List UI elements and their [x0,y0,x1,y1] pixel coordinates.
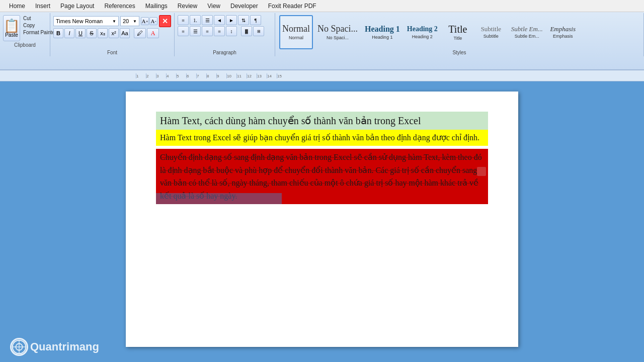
style-heading2-button[interactable]: Heading 2 Heading 2 [405,15,440,49]
decrease-indent-button[interactable]: ◄ [214,15,225,25]
style-emphasis-label: Emphasis [553,34,573,39]
heading-block: Hàm Text, cách dùng hàm chuyển số thành … [156,112,488,130]
ruler-mark: 13 [257,73,267,78]
watermark: Quantrimang [10,338,99,356]
font-name-dropdown[interactable]: ▼ [112,19,116,24]
menu-insert[interactable]: Insert [30,2,55,11]
style-heading1-button[interactable]: Heading 1 Heading 1 [362,15,403,49]
style-subtle-em-button[interactable]: Subtle Em... Subtle Em... [509,15,545,49]
ribbon: 📋 Paste Cut Copy Format Painter Clipboar… [0,12,644,70]
menu-mailings[interactable]: Mailings [140,2,173,11]
font-row2: B I U S x₂ x² Aa 🖊 A [53,28,171,38]
line-spacing-button[interactable]: ↕ [226,26,237,36]
subscript-button[interactable]: x₂ [98,28,108,38]
style-title-label: Title [454,36,462,41]
change-case-button[interactable]: Aa [120,28,130,38]
style-normal-button[interactable]: Normal Normal [279,15,313,49]
clipboard-section: 📋 Paste Cut Copy Format Painter Clipboar… [0,13,50,56]
paste-label: Paste [5,32,18,38]
selection-highlight [156,193,282,204]
style-title-button[interactable]: Title Title [442,15,473,49]
para-row2: ≡ ☰ ≡ ≡ ↕ ▓ ⊞ [178,26,272,36]
font-size-selector[interactable]: 20 ▼ [120,16,139,26]
bullets-button[interactable]: ≡ [178,15,189,25]
style-heading1-preview: Heading 1 [365,25,400,34]
style-emphasis-preview: Emphasis [550,26,576,33]
paragraph-section: ≡ 1. ☰ ◄ ► ⇅ ¶ ≡ ☰ ≡ ≡ ↕ ▓ ⊞ Paragraph [175,13,275,56]
font-size-dropdown[interactable]: ▼ [133,19,137,24]
ruler-mark: 10 [226,73,236,78]
red-marker [477,167,486,176]
menu-home[interactable]: Home [4,2,30,11]
ruler-mark: 6 [186,73,196,78]
ruler: 1 2 3 4 5 6 7 8 9 10 11 12 13 14 15 [0,70,644,81]
font-section-label: Font [50,50,174,55]
numbering-button[interactable]: 1. [190,15,201,25]
ruler-mark: 2 [146,73,156,78]
multi-level-list-button[interactable]: ☰ [202,15,213,25]
menu-developer[interactable]: Developer [225,2,263,11]
italic-button[interactable]: I [64,28,74,38]
document-page[interactable]: Hàm Text, cách dùng hàm chuyển số thành … [126,92,518,347]
style-subtitle-button[interactable]: Subtitle Subtitle [475,15,507,49]
style-heading2-preview: Heading 2 [407,25,438,33]
show-formatting-button[interactable]: ¶ [250,15,261,25]
font-name-value: Times New Roman [56,18,103,24]
shading-button[interactable]: ▓ [241,26,252,36]
menu-references[interactable]: References [99,2,140,11]
ribbon-sections: 📋 Paste Cut Copy Format Painter Clipboar… [0,12,644,57]
align-right-button[interactable]: ≡ [202,26,213,36]
ruler-mark: 7 [196,73,206,78]
subheading-block: Hàm Text trong Excel sẽ giúp bạn chuyển … [156,130,488,146]
styles-section-label: Styles [275,50,643,55]
paste-button[interactable]: 📋 Paste [3,15,20,41]
body-block: Chuyển định dạng số sang định dạng văn b… [156,149,488,204]
ruler-mark: 9 [216,73,226,78]
logo-svg [12,338,27,356]
increase-indent-button[interactable]: ► [226,15,237,25]
style-no-spacing-preview: No Spaci... [317,24,358,34]
menu-foxit[interactable]: Foxit Reader PDF [263,2,321,11]
font-decrease-button[interactable]: A- [149,17,157,25]
menu-page-layout[interactable]: Page Layout [55,2,99,11]
style-title-preview: Title [448,24,467,35]
align-left-button[interactable]: ≡ [178,26,189,36]
font-name-selector[interactable]: Times New Roman ▼ [53,16,119,26]
align-center-button[interactable]: ☰ [190,26,201,36]
font-row1: Times New Roman ▼ 20 ▼ A+ A- ✕ [53,15,171,27]
clear-format-button[interactable]: ✕ [159,15,171,27]
paragraph-section-label: Paragraph [175,50,275,55]
ruler-mark: 1 [136,73,146,78]
style-heading1-label: Heading 1 [372,35,392,40]
ruler-mark: 5 [176,73,186,78]
bold-button[interactable]: B [53,28,63,38]
style-no-spacing-button[interactable]: No Spaci... No Spaci... [315,15,360,49]
style-subtle-em-label: Subtle Em... [515,34,539,39]
font-size-arrows: A+ A- [141,17,157,25]
ruler-mark: 15 [277,73,287,78]
style-no-spacing-label: No Spaci... [327,35,349,40]
sort-button[interactable]: ⇅ [238,15,249,25]
highlight-color-button[interactable]: 🖊 [134,28,146,38]
clipboard-label: Clipboard [3,42,47,48]
underline-button[interactable]: U [75,28,86,38]
style-subtle-em-preview: Subtle Em... [511,26,543,33]
style-emphasis-button[interactable]: Emphasis Emphasis [547,15,579,49]
strikethrough-button[interactable]: S [87,28,97,38]
menu-review[interactable]: Review [173,2,202,11]
document-area: Hàm Text, cách dùng hàm chuyển số thành … [0,81,644,357]
ruler-mark: 12 [247,73,257,78]
style-subtitle-label: Subtitle [484,34,499,39]
ruler-mark: 11 [236,73,247,78]
justify-button[interactable]: ≡ [214,26,225,36]
menu-bar: Home Insert Page Layout References Maili… [0,0,644,12]
document-heading: Hàm Text, cách dùng hàm chuyển số thành … [160,115,421,126]
borders-button[interactable]: ⊞ [253,26,264,36]
font-size-value: 20 [123,18,129,24]
styles-section: Normal Normal No Spaci... No Spaci... He… [275,13,644,56]
font-color-button[interactable]: A [147,28,159,38]
styles-row: Normal Normal No Spaci... No Spaci... He… [279,15,639,49]
menu-view[interactable]: View [202,2,225,11]
superscript-button[interactable]: x² [109,28,119,38]
font-increase-button[interactable]: A+ [141,17,149,25]
